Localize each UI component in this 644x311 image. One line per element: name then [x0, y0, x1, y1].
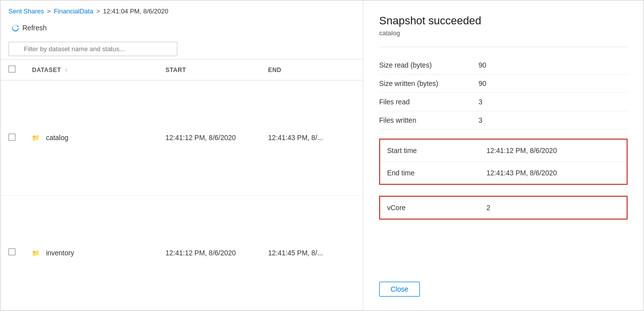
stat-label-files-read: Files read — [379, 98, 479, 106]
stat-row-end-time: End time 12:41:43 PM, 8/6/2020 — [380, 162, 627, 184]
filter-wrapper: 🔍 — [8, 42, 177, 56]
stat-label-size-written: Size written (bytes) — [379, 79, 479, 87]
table-row[interactable]: 📁 inventory 12:41:12 PM, 8/6/2020 12:41:… — [0, 195, 363, 311]
stat-value-size-written: 90 — [479, 79, 486, 87]
dataset-name-catalog: catalog — [46, 134, 68, 142]
breadcrumb-sent-shares[interactable]: Sent Shares — [8, 7, 44, 15]
stat-value-files-written: 3 — [479, 116, 483, 124]
close-button[interactable]: Close — [379, 282, 420, 297]
main-layout: Sent Shares > FinancialData > 12:41:04 P… — [0, 0, 644, 311]
breadcrumb: Sent Shares > FinancialData > 12:41:04 P… — [0, 0, 363, 18]
stat-row-vcore: vCore 2 — [380, 197, 627, 219]
dataset-name-inventory: inventory — [46, 249, 74, 257]
stat-label-vcore: vCore — [387, 204, 486, 212]
right-panel: Snapshot succeeded catalog Size read (by… — [363, 0, 644, 311]
stat-value-vcore: 2 — [486, 204, 490, 212]
table-header-dataset[interactable]: DATASET ↑ — [24, 60, 157, 80]
divider-top — [379, 47, 628, 47]
stat-value-end-time: 12:41:43 PM, 8/6/2020 — [486, 169, 557, 177]
refresh-label: Refresh — [22, 24, 47, 32]
filter-input[interactable] — [8, 42, 177, 56]
breadcrumb-financial-data[interactable]: FinancialData — [54, 7, 93, 15]
breadcrumb-sep-2: > — [96, 7, 100, 15]
snapshot-subtitle: catalog — [379, 29, 628, 37]
stat-label-end-time: End time — [387, 169, 486, 177]
stat-label-files-written: Files written — [379, 116, 479, 124]
stat-row-start-time: Start time 12:41:12 PM, 8/6/2020 — [380, 140, 627, 162]
sort-arrow-icon: ↑ — [65, 68, 68, 73]
breadcrumb-timestamp: 12:41:04 PM, 8/6/2020 — [103, 7, 168, 15]
header-checkbox[interactable] — [8, 66, 15, 73]
stat-value-start-time: 12:41:12 PM, 8/6/2020 — [486, 147, 557, 155]
dataset-table: DATASET ↑ START END 📁 catalog 12: — [0, 60, 363, 311]
row-checkbox-catalog[interactable] — [8, 134, 15, 141]
top-stats: Size read (bytes) 90 Size written (bytes… — [379, 56, 628, 130]
row-dataset-inventory: 📁 inventory — [24, 195, 157, 311]
stat-value-size-read: 90 — [479, 61, 486, 69]
vcore-section: vCore 2 — [379, 196, 628, 220]
row-dataset-catalog: 📁 catalog — [24, 80, 157, 196]
stat-label-size-read: Size read (bytes) — [379, 61, 479, 69]
left-panel: Sent Shares > FinancialData > 12:41:04 P… — [0, 0, 363, 311]
filter-bar: 🔍 — [0, 39, 363, 60]
stat-row-size-read: Size read (bytes) 90 — [379, 56, 628, 75]
row-end-inventory: 12:41:45 PM, 8/... — [260, 195, 363, 311]
row-check-inventory[interactable] — [0, 195, 24, 311]
snapshot-title: Snapshot succeeded — [379, 14, 628, 27]
breadcrumb-sep-1: > — [47, 7, 51, 15]
refresh-button[interactable]: Refresh — [8, 22, 50, 34]
highlighted-time-section: Start time 12:41:12 PM, 8/6/2020 End tim… — [379, 139, 628, 185]
stat-value-files-read: 3 — [479, 98, 483, 106]
row-start-inventory: 12:41:12 PM, 8/6/2020 — [158, 195, 260, 311]
row-check-catalog[interactable] — [0, 80, 24, 196]
table-header-check — [0, 60, 24, 80]
table-row[interactable]: 📁 catalog 12:41:12 PM, 8/6/2020 12:41:43… — [0, 80, 363, 196]
folder-icon-inventory: 📁 — [32, 249, 40, 257]
table-header-row: DATASET ↑ START END — [0, 60, 363, 80]
toolbar: Refresh — [0, 18, 363, 39]
table-header-end[interactable]: END — [260, 60, 363, 80]
folder-icon-catalog: 📁 — [32, 134, 40, 142]
refresh-icon — [11, 24, 19, 32]
row-end-catalog: 12:41:43 PM, 8/... — [260, 80, 363, 196]
row-checkbox-inventory[interactable] — [8, 248, 15, 255]
stat-row-files-read: Files read 3 — [379, 93, 628, 111]
row-start-catalog: 12:41:12 PM, 8/6/2020 — [158, 80, 260, 196]
table-header-start[interactable]: START — [158, 60, 260, 80]
close-button-area: Close — [379, 268, 628, 297]
stat-row-files-written: Files written 3 — [379, 111, 628, 130]
stat-label-start-time: Start time — [387, 147, 486, 155]
table-body: 📁 catalog 12:41:12 PM, 8/6/2020 12:41:43… — [0, 80, 363, 311]
stat-row-size-written: Size written (bytes) 90 — [379, 75, 628, 93]
